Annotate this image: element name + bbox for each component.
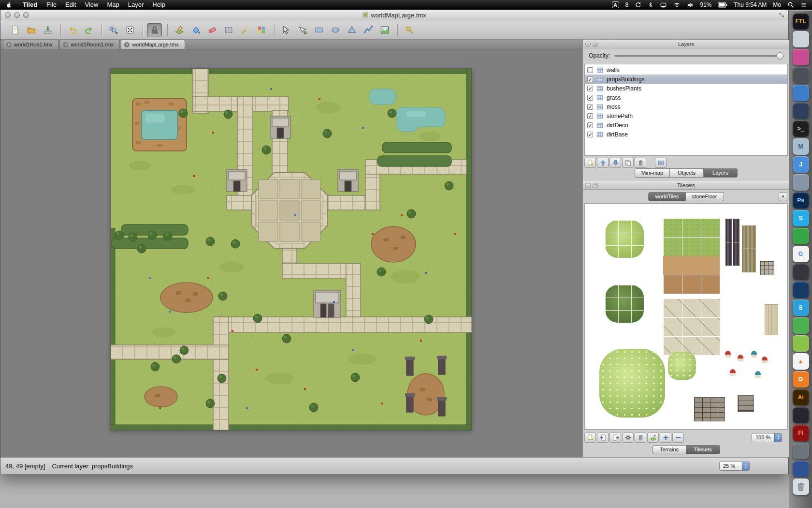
- view-tab-mini-map[interactable]: Mini-map: [635, 168, 670, 178]
- layer-row-moss[interactable]: ✓moss: [585, 102, 787, 111]
- layer-row-grass[interactable]: ✓grass: [585, 93, 787, 102]
- tileset-view[interactable]: [584, 203, 788, 430]
- dock-app-pink[interactable]: [793, 49, 809, 65]
- delete-tileset-button[interactable]: [635, 433, 646, 443]
- tile-planks[interactable]: [765, 304, 778, 335]
- tile-bush-light[interactable]: [605, 220, 644, 258]
- menu-file[interactable]: File: [42, 0, 61, 10]
- stamp-brush-button[interactable]: [147, 23, 162, 37]
- dock-app-grey[interactable]: [793, 443, 809, 459]
- bluetooth-icon[interactable]: [648, 1, 653, 8]
- layer-row-bushesPlants[interactable]: ✓bushesPlants: [585, 84, 787, 93]
- combo-arrows-icon[interactable]: ▲▼: [774, 433, 782, 442]
- input-source-icon[interactable]: A: [612, 1, 619, 8]
- close-panel-icon[interactable]: ×: [585, 183, 591, 188]
- tileset-tab-worldtiles[interactable]: worldTiles: [648, 192, 685, 201]
- sync-icon[interactable]: [635, 1, 641, 8]
- layer-row-propsBuildings[interactable]: ✓propsBuildings: [585, 75, 787, 84]
- commands-menu-button[interactable]: [106, 23, 121, 37]
- dock-app-illustrator[interactable]: Ai: [793, 389, 809, 405]
- tile-tree-canopy-small[interactable]: [668, 352, 696, 380]
- dock-app-mail[interactable]: M: [793, 138, 809, 155]
- tab-close-icon[interactable]: ×: [6, 42, 12, 47]
- add-tiles-button[interactable]: [660, 433, 671, 443]
- edit-terrain-button[interactable]: [647, 433, 659, 443]
- bucket-fill-button[interactable]: [188, 23, 203, 37]
- eraser-button[interactable]: [204, 23, 219, 37]
- combo-arrows-icon[interactable]: ▲▼: [742, 462, 749, 470]
- menu-layer[interactable]: Layer: [124, 0, 148, 10]
- tile-stone-path-block[interactable]: [663, 299, 720, 355]
- magic-wand-button[interactable]: [237, 23, 252, 37]
- dock-app-terminal[interactable]: >_: [793, 120, 809, 137]
- import-tileset-button[interactable]: [597, 433, 609, 443]
- app-menu-tiled[interactable]: Tiled: [18, 0, 42, 10]
- layer-row-dirtBase[interactable]: ✓dirtBase: [585, 130, 787, 139]
- new-layer-button[interactable]: [584, 158, 596, 168]
- layer-visibility-checkbox[interactable]: ✓: [587, 76, 593, 82]
- map-properties-button[interactable]: [402, 23, 417, 37]
- tile-mushrooms[interactable]: [723, 350, 769, 382]
- lower-layer-button[interactable]: [609, 158, 621, 168]
- menu-help[interactable]: Help: [148, 0, 170, 10]
- float-panel-icon[interactable]: ◻: [593, 42, 598, 47]
- layer-visibility-checkbox[interactable]: ✓: [587, 86, 593, 91]
- rectangular-select-button[interactable]: [221, 23, 236, 37]
- dock-app-navy[interactable]: [793, 103, 809, 119]
- save-map-button[interactable]: [40, 23, 55, 37]
- raise-layer-button[interactable]: [597, 158, 609, 168]
- title-bar[interactable]: worldMapLarge.tmx: [0, 10, 788, 20]
- menu-view[interactable]: View: [80, 0, 102, 10]
- same-tile-select-button[interactable]: [254, 23, 269, 37]
- dock-app-green[interactable]: [793, 228, 809, 244]
- tile-grass-block[interactable]: [663, 218, 720, 256]
- status-badge-count[interactable]: 8: [625, 1, 629, 8]
- undo-button[interactable]: [65, 23, 80, 37]
- menu-user[interactable]: Mo: [773, 1, 781, 8]
- view-tab-objects[interactable]: Objects: [670, 168, 704, 178]
- insert-rectangle-button[interactable]: [311, 23, 326, 37]
- tileset-properties-button[interactable]: [622, 433, 634, 443]
- new-tileset-button[interactable]: [584, 433, 596, 443]
- insert-polyline-button[interactable]: [361, 23, 376, 37]
- tileset-menu-dropdown[interactable]: ▼: [779, 192, 787, 201]
- tilesets-view-tab-tilesets[interactable]: Tilesets: [686, 445, 720, 454]
- menu-edit[interactable]: Edit: [61, 0, 80, 10]
- float-panel-icon[interactable]: ◻: [593, 183, 598, 188]
- redo-button[interactable]: [81, 23, 96, 37]
- open-map-button[interactable]: [24, 23, 39, 37]
- dock-app-lime[interactable]: [793, 335, 809, 352]
- dock-app-skype[interactable]: S: [793, 210, 809, 226]
- dock-app-vlc[interactable]: ▲: [793, 353, 809, 370]
- layer-list[interactable]: walls✓propsBuildings✓bushesPlants✓grass✓…: [584, 64, 788, 156]
- insert-tile-button[interactable]: [377, 23, 392, 37]
- dock-app-dark2[interactable]: [793, 407, 809, 423]
- dock-app-blue2[interactable]: [793, 461, 809, 477]
- tab-close-icon[interactable]: ×: [124, 42, 130, 47]
- opacity-slider[interactable]: [614, 52, 783, 60]
- layer-visibility-checkbox[interactable]: ✓: [587, 95, 593, 101]
- dock-app-green2[interactable]: [793, 317, 809, 334]
- dock-app-chrome[interactable]: G: [793, 246, 809, 262]
- tab-worldMapLarge-tmx[interactable]: ×worldMapLarge.tmx: [121, 40, 185, 49]
- display-icon[interactable]: [660, 2, 667, 8]
- opacity-slider-thumb[interactable]: [776, 52, 783, 60]
- dock-app-photoshop[interactable]: Ps: [793, 192, 809, 209]
- random-mode-button[interactable]: [122, 23, 137, 37]
- tile-bush-dark[interactable]: [605, 285, 644, 323]
- edit-polygons-button[interactable]: [295, 23, 310, 37]
- dock-app-photos[interactable]: [793, 174, 809, 191]
- layer-visibility-checkbox[interactable]: ✓: [587, 113, 593, 119]
- tile-dirt-block[interactable]: [663, 256, 720, 294]
- export-tileset-button[interactable]: [609, 433, 621, 443]
- layer-visibility-checkbox[interactable]: ✓: [587, 122, 593, 128]
- map-zoom-combobox[interactable]: 25 % ▲▼: [719, 462, 750, 471]
- tile-bark-dark[interactable]: [725, 218, 740, 266]
- dock-app-gears[interactable]: [793, 67, 809, 83]
- dock-app-deepblue[interactable]: [793, 282, 809, 298]
- map-canvas[interactable]: [111, 69, 472, 430]
- dock-app-finder[interactable]: [793, 31, 809, 47]
- tab-close-icon[interactable]: ×: [63, 42, 68, 47]
- layer-visibility-checkbox[interactable]: [587, 67, 593, 73]
- tile-stone-wall-small[interactable]: [738, 395, 754, 412]
